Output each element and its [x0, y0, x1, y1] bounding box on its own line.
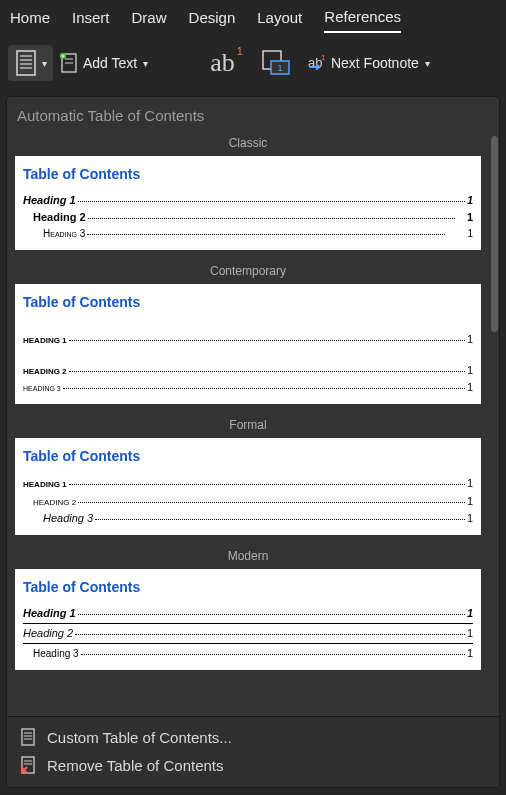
chevron-down-icon: ▾	[42, 58, 47, 69]
svg-rect-16	[22, 729, 34, 745]
chevron-down-icon: ▾	[143, 58, 148, 69]
toc-row-page: 1	[467, 510, 473, 527]
leader-dots	[81, 654, 465, 655]
svg-text:1: 1	[277, 63, 282, 73]
toc-row-page: 1	[467, 493, 473, 510]
document-icon	[19, 727, 37, 747]
toc-row-page: 1	[467, 226, 473, 242]
leader-dots	[87, 234, 445, 235]
tab-home[interactable]: Home	[10, 9, 50, 32]
toc-row-page: 1	[467, 379, 473, 396]
document-remove-icon	[19, 755, 37, 775]
leader-dots	[69, 371, 465, 372]
chevron-down-icon: ▾	[425, 58, 430, 69]
leader-dots	[78, 614, 465, 615]
toc-row-label: Heading 2	[23, 625, 73, 642]
style-caption-contemporary: Contemporary	[7, 260, 489, 284]
custom-toc-option[interactable]: Custom Table of Contents...	[15, 723, 491, 751]
toc-icon	[14, 49, 38, 77]
toc-title: Table of Contents	[23, 579, 473, 595]
add-text-label: Add Text	[83, 55, 137, 71]
scrollbar-thumb[interactable]	[491, 136, 498, 332]
tab-draw[interactable]: Draw	[132, 9, 167, 32]
toc-row-page: 1	[467, 362, 473, 379]
ribbon-tabs: Home Insert Draw Design Layout Reference…	[0, 0, 506, 34]
remove-toc-option[interactable]: Remove Table of Contents	[15, 751, 491, 779]
leader-dots	[69, 340, 465, 341]
remove-toc-label: Remove Table of Contents	[47, 757, 224, 774]
toc-row-label: Heading 1	[23, 605, 76, 622]
style-caption-modern: Modern	[7, 545, 489, 569]
leader-dots	[63, 388, 465, 389]
table-of-contents-button[interactable]: ▾	[8, 45, 53, 81]
insert-caption-button[interactable]: 1	[261, 49, 291, 77]
leader-dots	[95, 519, 465, 520]
toc-preview-classic[interactable]: Table of Contents Heading 11 Heading 21 …	[15, 156, 481, 250]
leader-dots	[78, 502, 465, 503]
next-footnote-button[interactable]: ab 1 Next Footnote▾	[307, 52, 430, 74]
toc-preview-formal[interactable]: Table of Contents HEADING 11 HEADING 21 …	[15, 438, 481, 535]
references-toolbar: ▾ Add Text▾ ab1 1	[0, 34, 506, 92]
tab-layout[interactable]: Layout	[257, 9, 302, 32]
caption-icon: 1	[261, 49, 291, 77]
leader-dots	[69, 484, 465, 485]
toc-row-page: 1	[467, 209, 473, 226]
style-caption-classic: Classic	[7, 132, 489, 156]
footnote-icon: ab	[210, 48, 235, 78]
next-footnote-icon: ab 1	[307, 52, 327, 74]
style-caption-formal: Formal	[7, 414, 489, 438]
dropdown-footer: Custom Table of Contents... Remove Table…	[7, 716, 499, 787]
toc-row-label: HEADING 2	[33, 493, 76, 510]
toc-row-label: HEADING 1	[23, 330, 67, 349]
toc-row-label: Heading 3	[33, 646, 79, 662]
toc-title: Table of Contents	[23, 166, 473, 182]
toc-title: Table of Contents	[23, 448, 473, 464]
tab-insert[interactable]: Insert	[72, 9, 110, 32]
toc-row-label: HEADING 3	[23, 380, 61, 396]
toc-title: Table of Contents	[23, 294, 473, 310]
next-footnote-label: Next Footnote	[331, 55, 419, 71]
toc-row-label: Heading 2	[33, 209, 86, 226]
svg-rect-0	[17, 51, 35, 75]
footnote-superscript-icon: 1	[237, 45, 243, 57]
toc-gallery-dropdown: Automatic Table of Contents Classic Tabl…	[6, 96, 500, 788]
leader-dots	[75, 634, 465, 635]
toc-row-label: HEADING 1	[23, 474, 67, 493]
toc-row-page: 1	[467, 192, 473, 209]
insert-footnote-button[interactable]: ab1	[210, 48, 245, 78]
toc-row-page: 1	[467, 645, 473, 662]
leader-dots	[78, 201, 465, 202]
toc-preview-contemporary[interactable]: Table of Contents HEADING 11 HEADING 21 …	[15, 284, 481, 405]
svg-text:1: 1	[321, 53, 326, 62]
dropdown-section-title: Automatic Table of Contents	[7, 97, 499, 132]
toc-row-label: Heading 1	[23, 192, 76, 209]
leader-dots	[88, 218, 455, 219]
tab-references[interactable]: References	[324, 8, 401, 33]
toc-row-label: HEADING 2	[23, 362, 67, 379]
add-text-button[interactable]: Add Text▾	[59, 51, 148, 75]
toc-row-label: Heading 3	[43, 510, 93, 527]
toc-row-label: Heading 3	[43, 226, 85, 242]
toc-row-page: 1	[467, 331, 473, 348]
toc-preview-modern[interactable]: Table of Contents Heading 11 Heading 21 …	[15, 569, 481, 670]
custom-toc-label: Custom Table of Contents...	[47, 729, 232, 746]
toc-row-page: 1	[467, 625, 473, 642]
toc-row-page: 1	[467, 605, 473, 622]
add-text-icon	[59, 51, 79, 75]
toc-styles-scroll[interactable]: Classic Table of Contents Heading 11 Hea…	[7, 132, 499, 716]
toc-row-page: 1	[467, 475, 473, 492]
tab-design[interactable]: Design	[189, 9, 236, 32]
